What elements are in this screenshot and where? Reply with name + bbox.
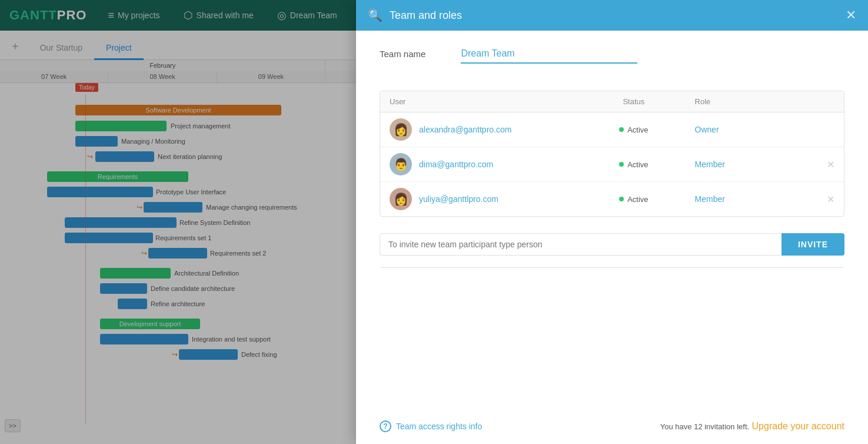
team-name-row: Team name Dream Team [380, 48, 844, 60]
modal-body: Team name Dream Team User Status Role 👩 … [356, 31, 868, 60]
team-name-label: Team name [380, 49, 425, 60]
modal-header: 🔍 Team and roles ✕ [356, 0, 868, 31]
team-name-value: Dream Team [461, 48, 637, 60]
modal-title: Team and roles [390, 9, 462, 22]
close-modal-button[interactable]: ✕ [846, 8, 856, 23]
team-roles-modal: 🔍 Team and roles ✕ Team name Dream Team … [356, 0, 868, 60]
search-icon: 🔍 [368, 8, 383, 22]
